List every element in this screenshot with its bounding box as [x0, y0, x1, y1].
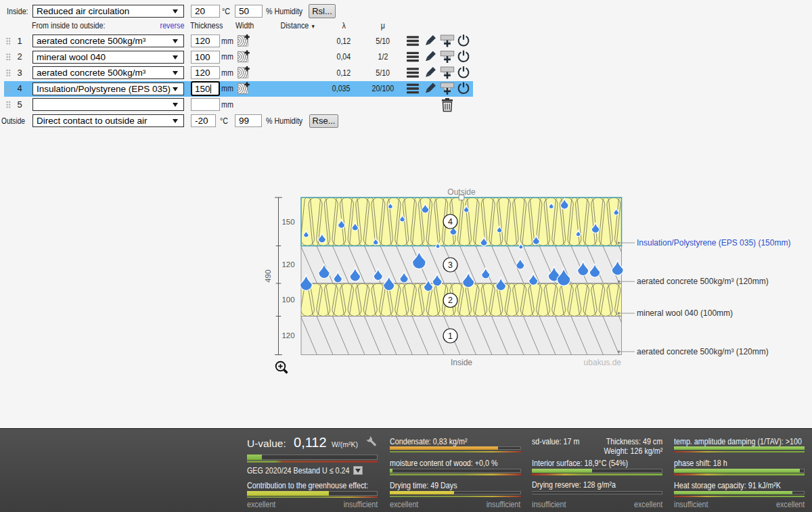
svg-text:aerated concrete 500kg/m³ (120: aerated concrete 500kg/m³ (120mm)	[637, 277, 769, 286]
svg-text:Inside: Inside	[451, 358, 472, 367]
svg-text:150: 150	[281, 218, 294, 226]
svg-text:mineral wool 040 (100mm): mineral wool 040 (100mm)	[637, 308, 733, 318]
svg-text:2: 2	[448, 296, 453, 305]
svg-text:3: 3	[448, 260, 453, 270]
svg-text:4: 4	[448, 217, 453, 227]
svg-text:120: 120	[281, 331, 294, 340]
svg-text:120: 120	[281, 260, 294, 269]
svg-text:490: 490	[264, 270, 272, 283]
svg-text:Insulation/Polystyrene (EPS 03: Insulation/Polystyrene (EPS 035) (150mm)	[637, 238, 790, 248]
svg-text:100: 100	[281, 296, 294, 304]
svg-text:ubakus.de: ubakus.de	[584, 358, 622, 367]
svg-text:aerated concrete 500kg/m³ (120: aerated concrete 500kg/m³ (120mm)	[637, 347, 769, 356]
svg-text:1: 1	[448, 331, 453, 341]
